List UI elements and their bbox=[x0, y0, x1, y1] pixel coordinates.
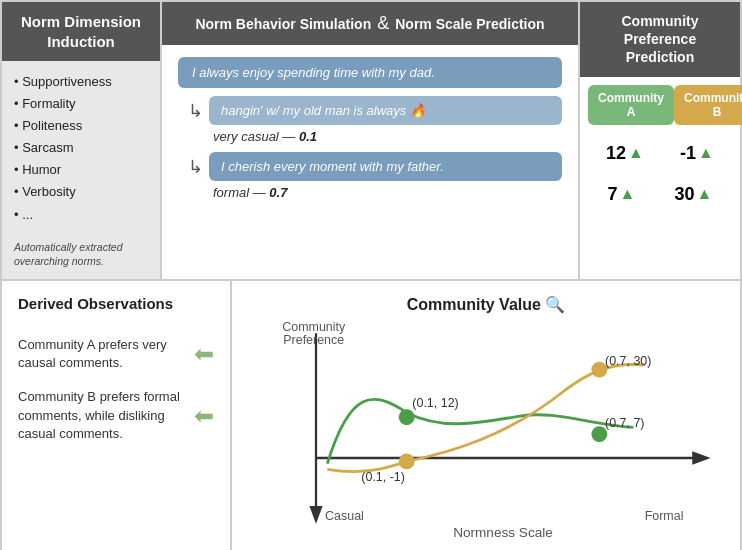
derived-observations-column: Derived Observations Community A prefers… bbox=[2, 281, 232, 550]
svg-point-7 bbox=[399, 409, 415, 425]
original-post-text: I always enjoy spending time with my dad… bbox=[192, 65, 435, 80]
list-item: Supportiveness bbox=[14, 71, 148, 93]
ampersand: & bbox=[377, 12, 389, 35]
norm-dimension-header: Norm Dimension Induction bbox=[2, 2, 160, 61]
arrow-formal: ↳ bbox=[188, 152, 203, 178]
svg-text:(0.7, 30): (0.7, 30) bbox=[605, 354, 651, 368]
list-item: Formality bbox=[14, 93, 148, 115]
svg-text:(0.1, 12): (0.1, 12) bbox=[412, 396, 458, 410]
score-b1-value: -1 bbox=[680, 143, 696, 164]
arrow-left-2: ⬅ bbox=[194, 402, 214, 430]
svg-text:(0.7, 7): (0.7, 7) bbox=[605, 416, 644, 430]
svg-text:(0.1, -1): (0.1, -1) bbox=[361, 470, 405, 484]
arrow-up-a2: ▲ bbox=[620, 185, 636, 203]
simulation-content: I always enjoy spending time with my dad… bbox=[162, 45, 578, 279]
score-row-2: 7 ▲ 30 ▲ bbox=[588, 174, 732, 215]
simulation-header-right: Norm Scale Prediction bbox=[395, 15, 544, 33]
casual-scale-value: 0.1 bbox=[299, 129, 317, 144]
chart-area: Community Preference Normness Scale Casu… bbox=[248, 320, 724, 550]
community-prediction-header: Community Preference Prediction bbox=[580, 2, 740, 77]
community-prediction-column: Community Preference Prediction Communit… bbox=[580, 2, 740, 279]
arrow-up-b1: ▲ bbox=[698, 144, 714, 162]
score-a-2: 7 ▲ bbox=[608, 184, 636, 205]
arrow-up-b2: ▲ bbox=[697, 185, 713, 203]
norm-dimension-column: Norm Dimension Induction Supportiveness … bbox=[2, 2, 162, 279]
arrow-up-a1: ▲ bbox=[628, 144, 644, 162]
norm-dimension-title: Norm Dimension Induction bbox=[21, 13, 141, 50]
casual-text: hangin' w/ my old man is always 🔥 bbox=[221, 103, 426, 118]
score-b-2: 30 ▲ bbox=[675, 184, 713, 205]
formal-sim-inner: I cherish every moment with my father. f… bbox=[209, 152, 562, 200]
formal-text: I cherish every moment with my father. bbox=[221, 159, 444, 174]
svg-text:Casual: Casual bbox=[325, 509, 364, 523]
main-container: Norm Dimension Induction Supportiveness … bbox=[0, 0, 742, 550]
svg-text:Formal: Formal bbox=[645, 509, 684, 523]
formal-scale-label: formal — 0.7 bbox=[209, 185, 562, 200]
list-item: ... bbox=[14, 204, 148, 226]
chart-svg: Community Preference Normness Scale Casu… bbox=[248, 320, 724, 550]
norm-list: Supportiveness Formality Politeness Sarc… bbox=[14, 71, 148, 226]
observation-1-block: Community A prefers very causal comments… bbox=[18, 336, 214, 372]
community-b-label: Community B bbox=[674, 85, 742, 125]
community-a-label: Community A bbox=[588, 85, 674, 125]
arrow-left-1: ⬅ bbox=[194, 340, 214, 368]
list-item: Sarcasm bbox=[14, 137, 148, 159]
norm-scale-title: Norm Scale Prediction bbox=[395, 16, 544, 32]
score-b2-value: 30 bbox=[675, 184, 695, 205]
observation-1-text: Community A prefers very causal comments… bbox=[18, 336, 186, 372]
list-item: Humor bbox=[14, 159, 148, 181]
community-a-text: Community A bbox=[598, 91, 664, 119]
chart-title: Community Value 🔍 bbox=[248, 295, 724, 314]
community-value-chart-column: Community Value 🔍 Community Pref bbox=[232, 281, 740, 550]
original-post: I always enjoy spending time with my dad… bbox=[178, 57, 562, 88]
score-b-1: -1 ▲ bbox=[680, 143, 714, 164]
community-labels: Community A Community B bbox=[588, 85, 732, 125]
svg-point-11 bbox=[399, 453, 415, 469]
score-a1-value: 12 bbox=[606, 143, 626, 164]
score-a2-value: 7 bbox=[608, 184, 618, 205]
list-item: Verbosity bbox=[14, 181, 148, 203]
observation-2-text: Community B prefers formal comments, whi… bbox=[18, 388, 186, 443]
casual-sim-inner: hangin' w/ my old man is always 🔥 very c… bbox=[209, 96, 562, 144]
bottom-section: Derived Observations Community A prefers… bbox=[0, 281, 742, 550]
casual-simulation-block: ↳ hangin' w/ my old man is always 🔥 very… bbox=[178, 96, 562, 144]
casual-scale-label: very casual — 0.1 bbox=[209, 129, 562, 144]
norm-dimension-content: Supportiveness Formality Politeness Sarc… bbox=[2, 61, 160, 236]
community-prediction-title: Community Preference Prediction bbox=[622, 13, 699, 65]
top-section: Norm Dimension Induction Supportiveness … bbox=[0, 0, 742, 281]
community-prediction-content: Community A Community B 12 ▲ -1 ▲ bbox=[580, 77, 740, 279]
simulation-header-left: Norm Behavior Simulation bbox=[195, 15, 371, 33]
formal-simulation-block: ↳ I cherish every moment with my father.… bbox=[178, 152, 562, 200]
svg-text:Normness Scale: Normness Scale bbox=[453, 525, 553, 540]
simulation-column: Norm Behavior Simulation & Norm Scale Pr… bbox=[162, 2, 580, 279]
observation-2-block: Community B prefers formal comments, whi… bbox=[18, 388, 214, 443]
simulation-header: Norm Behavior Simulation & Norm Scale Pr… bbox=[162, 2, 578, 45]
formal-box: I cherish every moment with my father. bbox=[209, 152, 562, 181]
arrow-casual: ↳ bbox=[188, 96, 203, 122]
community-b-text: Community B bbox=[684, 91, 742, 119]
formal-scale-value: 0.7 bbox=[269, 185, 287, 200]
svg-text:Preference: Preference bbox=[283, 333, 344, 347]
score-a-1: 12 ▲ bbox=[606, 143, 644, 164]
norm-behavior-title: Norm Behavior Simulation bbox=[195, 16, 371, 32]
list-item: Politeness bbox=[14, 115, 148, 137]
norm-dimension-footer: Automatically extracted overarching norm… bbox=[2, 236, 160, 279]
formal-scale-text: formal bbox=[213, 185, 249, 200]
casual-scale-text: very casual bbox=[213, 129, 279, 144]
score-row-1: 12 ▲ -1 ▲ bbox=[588, 133, 732, 174]
derived-title: Derived Observations bbox=[18, 295, 214, 312]
casual-box: hangin' w/ my old man is always 🔥 bbox=[209, 96, 562, 125]
